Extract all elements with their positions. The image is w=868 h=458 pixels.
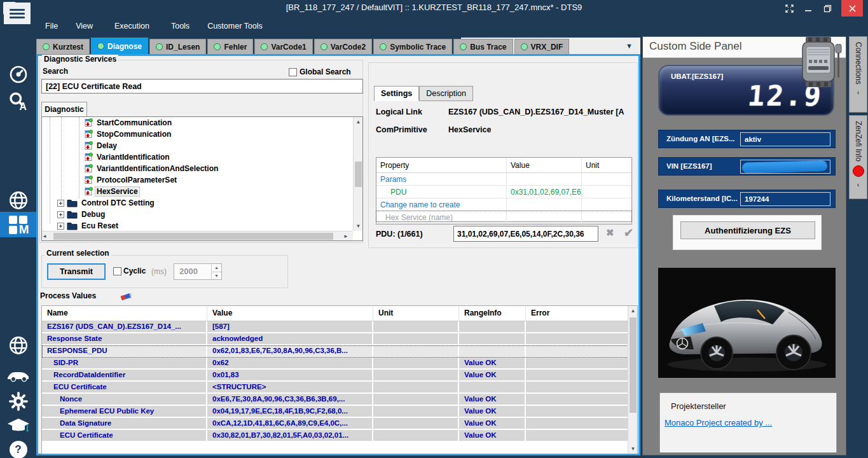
tab-fehler[interactable]: Fehler bbox=[207, 39, 253, 54]
diagnostic-service-tree: StartCommunication StopCommunication Del… bbox=[41, 116, 363, 241]
auth-button-container: Authentifizierung EZS bbox=[673, 215, 822, 250]
tree-item[interactable]: Control DTC Setting bbox=[42, 197, 353, 209]
title-bar: V▾DTS [BR_118_177_247 / DefaultVIT] :: 1… bbox=[0, 0, 868, 17]
folder-icon bbox=[67, 199, 78, 207]
tab-kurztest[interactable]: Kurztest bbox=[36, 39, 90, 54]
gear-icon[interactable] bbox=[0, 389, 36, 414]
property-row-pdu[interactable]: PDU 0x31,01,02,69,07,E6... bbox=[376, 186, 631, 198]
close-icon[interactable] bbox=[841, 0, 863, 17]
tree-vertical-scrollbar[interactable]: ▲▼ bbox=[353, 117, 362, 231]
global-search-checkbox[interactable] bbox=[289, 68, 297, 76]
car-icon[interactable] bbox=[0, 362, 36, 387]
menu-view[interactable]: View bbox=[67, 17, 102, 36]
authentifizierung-ezs-button[interactable]: Authentifizierung EZS bbox=[680, 221, 815, 239]
menu-file[interactable]: File bbox=[36, 17, 67, 36]
tree-item[interactable]: Delay bbox=[42, 140, 353, 151]
search-input[interactable] bbox=[41, 79, 363, 94]
gauge-icon[interactable] bbox=[0, 62, 36, 87]
comprimitive-value: HexService bbox=[448, 125, 491, 134]
transmit-button[interactable]: Transmit bbox=[47, 263, 106, 280]
expand-icon[interactable] bbox=[57, 200, 64, 207]
tab-diagnostic-tree[interactable]: Diagnostic bbox=[41, 102, 87, 116]
tab-varcode2[interactable]: VarCode2 bbox=[314, 39, 372, 54]
menu-customer-tools[interactable]: Customer Tools bbox=[198, 17, 272, 36]
expand-icon[interactable] bbox=[57, 211, 64, 218]
cyclic-interval-stepper[interactable]: 2000 ▲▼ bbox=[174, 263, 222, 280]
tree-item-selected[interactable]: HexService bbox=[42, 186, 353, 197]
property-row-change-name[interactable]: Change name to create bbox=[376, 198, 631, 211]
odometer-value: 197244 bbox=[740, 192, 830, 206]
project-link[interactable]: Monaco Project created by ... bbox=[665, 418, 772, 427]
table-vertical-scrollbar[interactable]: ▲▼ bbox=[628, 306, 637, 454]
tab-symbolic-trace[interactable]: Symbolic Trace bbox=[373, 39, 452, 54]
service-icon bbox=[84, 141, 93, 150]
vehicle-image bbox=[658, 268, 836, 378]
stepper-up-icon[interactable]: ▲ bbox=[212, 264, 221, 272]
minimize-icon[interactable] bbox=[803, 3, 813, 13]
status-dot-icon bbox=[460, 43, 467, 50]
table-row[interactable]: Ephemeral ECU Public Key0x04,19,17,9E,EC… bbox=[42, 406, 637, 418]
property-row-hex-service-name[interactable]: Hex Service (name) bbox=[376, 211, 631, 224]
tab-bus-trace[interactable]: Bus Trace bbox=[453, 39, 513, 54]
tree-item[interactable]: VariantIdentificationAndSelection bbox=[42, 163, 353, 174]
table-row[interactable]: RecordDataIdentifier0x01,83Value OK bbox=[42, 370, 637, 382]
chevron-left-icon: ‹ bbox=[857, 181, 860, 188]
expand-icon[interactable] bbox=[57, 223, 64, 230]
tab-overflow-dropdown-icon[interactable]: ▼ bbox=[626, 42, 633, 50]
pdu-input[interactable] bbox=[453, 226, 598, 242]
property-row-params[interactable]: Params bbox=[376, 173, 631, 186]
process-values-table: Name Value Unit RangeInfo Error EZS167 (… bbox=[41, 305, 638, 454]
hamburger-menu-icon[interactable] bbox=[4, 3, 31, 24]
connections-edge-tab[interactable]: Connections ‹ bbox=[849, 36, 867, 113]
table-row[interactable]: SID-PR0x62Value OK bbox=[42, 357, 637, 370]
table-row[interactable]: ECU Certificate0x30,82,01,B7,30,82,01,5F… bbox=[42, 430, 637, 442]
graduation-cap-icon[interactable] bbox=[0, 413, 36, 438]
tree-horizontal-scrollbar[interactable]: ◄► bbox=[42, 231, 353, 240]
discard-icon[interactable]: ✖ bbox=[606, 227, 614, 239]
tab-settings[interactable]: Settings bbox=[374, 86, 419, 101]
tree-item[interactable]: Debug bbox=[42, 209, 353, 220]
status-dot-icon bbox=[156, 43, 163, 50]
globe-icon[interactable] bbox=[0, 188, 36, 213]
table-row-selected[interactable]: RESPONSE_PDU0x62,01,83,E6,7E,30,8A,90,96… bbox=[42, 345, 637, 357]
table-row[interactable]: Response Stateacknowledged bbox=[42, 333, 637, 345]
vin-row: VIN [EZS167] bbox=[658, 157, 836, 176]
monaco-icon[interactable]: M bbox=[0, 212, 36, 237]
worksheet-tab-bar: Kurztest Diagnose ID_Lesen Fehler VarCod… bbox=[36, 38, 640, 54]
tree-item[interactable]: Ecu Reset bbox=[42, 220, 353, 231]
tree-item[interactable]: ProtocolParameterSet bbox=[42, 174, 353, 186]
search-variant-icon[interactable]: A bbox=[0, 88, 36, 114]
tab-vrx-dif[interactable]: VRX_DIF bbox=[514, 39, 570, 54]
tab-diagnose[interactable]: Diagnose bbox=[91, 38, 148, 54]
tab-description[interactable]: Description bbox=[419, 86, 473, 101]
eraser-icon[interactable] bbox=[120, 291, 132, 304]
confirm-icon[interactable]: ✔ bbox=[624, 226, 633, 240]
menu-bar: File View Execution Tools Customer Tools bbox=[0, 17, 868, 36]
current-selection-group: Transmit Cyclic (ms) 2000 ▲▼ bbox=[41, 255, 288, 288]
restore-icon[interactable] bbox=[822, 3, 832, 13]
status-dot-icon bbox=[214, 43, 221, 50]
global-search-label: Global Search bbox=[300, 67, 351, 76]
tree-item[interactable]: VariantIdentification bbox=[42, 151, 353, 163]
table-row[interactable]: EZS167 (UDS_CAN_D).EZS167_D14_...[587] bbox=[42, 321, 637, 333]
zenzefi-edge-tab[interactable]: ZenZefi Info ‹ bbox=[849, 115, 867, 199]
fullscreen-icon[interactable] bbox=[784, 3, 794, 13]
odometer-row: Kilometerstand [IC... 197244 bbox=[658, 190, 836, 208]
globe-icon[interactable] bbox=[0, 333, 36, 358]
table-row[interactable]: Data Signature0xCA,12,1D,41,81,6C,6A,89,… bbox=[42, 418, 637, 430]
help-icon[interactable]: ? bbox=[0, 437, 36, 458]
service-settings-panel: Settings Description Logical Link EZS167… bbox=[368, 62, 638, 248]
menu-execution[interactable]: Execution bbox=[102, 17, 162, 36]
zenzefi-status-icon bbox=[853, 165, 864, 177]
tab-id-lesen[interactable]: ID_Lesen bbox=[149, 39, 206, 54]
svg-text:A: A bbox=[19, 101, 26, 112]
tab-varcode1[interactable]: VarCode1 bbox=[254, 39, 312, 54]
stepper-down-icon[interactable]: ▼ bbox=[212, 272, 221, 279]
table-row[interactable]: ECU Certificate<STRUCTURE> bbox=[42, 382, 637, 394]
tree-item[interactable]: StopCommunication bbox=[42, 128, 353, 140]
cyclic-checkbox[interactable] bbox=[113, 267, 121, 275]
process-values-title: Process Values bbox=[38, 291, 98, 300]
table-row[interactable]: Nonce0xE6,7E,30,8A,90,96,C3,36,B6,3B,69,… bbox=[42, 394, 637, 406]
menu-tools[interactable]: Tools bbox=[162, 17, 198, 36]
tree-item[interactable]: StartCommunication bbox=[42, 117, 353, 128]
